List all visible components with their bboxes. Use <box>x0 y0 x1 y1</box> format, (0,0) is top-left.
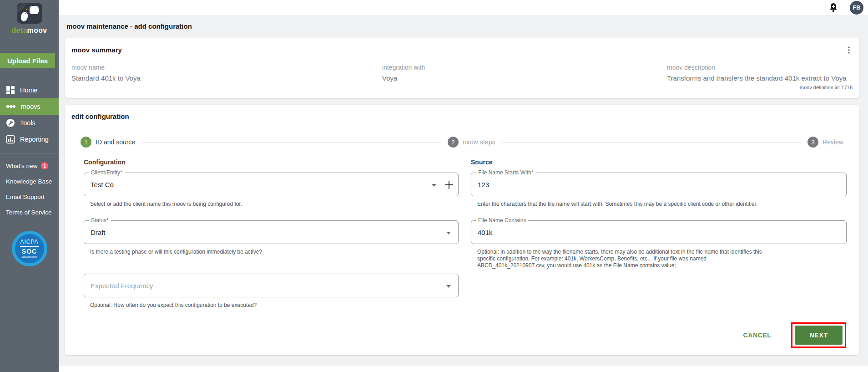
sidebar-link-knowledge-base[interactable]: Knowledge Base <box>0 173 59 189</box>
sidebar-item-label: moovs <box>21 103 40 110</box>
logo-dot <box>25 13 26 14</box>
main-area: FB moov maintenance - add configuration … <box>59 0 868 372</box>
expected-frequency-group: Optional: How often do you expect this c… <box>84 274 459 309</box>
stepper-connector <box>141 142 441 143</box>
summary-field-value: Standard 401k to Voya <box>71 74 382 82</box>
sidebar-item-label: Reporting <box>20 136 49 143</box>
step-number-badge: 1 <box>81 137 91 148</box>
sidebar-item-home[interactable]: Home <box>0 82 59 98</box>
bell-plus-icon <box>829 3 838 13</box>
edit-card-title: edit configuration <box>71 112 853 120</box>
tools-wrench-icon <box>6 118 15 127</box>
client-entity-select[interactable]: Client/Entity* <box>84 173 459 196</box>
cancel-button[interactable]: CANCEL <box>741 331 774 339</box>
soc-badge-divider <box>20 246 39 247</box>
summary-field-value: Transforms and transfers the standard 40… <box>667 74 853 82</box>
chevron-down-icon[interactable] <box>446 285 451 288</box>
step-number-badge: 2 <box>448 137 459 148</box>
sidebar-nav: Home moovs Tools <box>0 82 59 148</box>
sidebar-item-reporting[interactable]: Reporting <box>0 131 59 148</box>
brand-wordmark: detamoov <box>0 26 59 35</box>
summary-field-label: moov name <box>71 64 382 71</box>
source-heading: Source <box>471 158 847 166</box>
stepper: 1 ID and source 2 moov steps 3 Review <box>81 137 843 148</box>
client-entity-group: Client/Entity* Select or add the client … <box>84 173 459 208</box>
expected-frequency-select[interactable] <box>84 274 459 297</box>
moov-definition-id: moov definition id: 1778 <box>71 85 853 90</box>
sidebar-link-terms-of-service[interactable]: Terms of Service <box>0 204 59 220</box>
summary-field-moov-name: moov name Standard 401k to Voya <box>71 64 382 82</box>
next-button-highlight-box: NEXT <box>791 322 846 348</box>
expected-frequency-helper: Optional: How often do you expect this c… <box>90 302 459 309</box>
client-entity-input[interactable] <box>84 173 458 196</box>
step-moov-steps[interactable]: 2 moov steps <box>448 137 495 148</box>
app-window: detamoov Upload Files Home moovs <box>0 0 868 372</box>
detamoov-logo-icon <box>17 3 42 24</box>
configuration-column: Configuration Client/Entity* Select or a… <box>84 158 459 309</box>
brand-name-part2: moov <box>27 26 47 34</box>
stepper-connector <box>501 142 801 143</box>
notifications-button[interactable] <box>829 3 838 13</box>
file-contains-helper: Optional: in addition to the way the fil… <box>477 249 773 269</box>
source-column: Source File Name Starts With* Enter the … <box>471 158 847 309</box>
chevron-down-icon[interactable] <box>432 184 436 187</box>
aicpa-soc-badge: AICPA SOC aicpa.org/soc4so <box>12 231 47 266</box>
expected-frequency-input[interactable] <box>84 274 458 297</box>
file-contains-input[interactable] <box>471 221 846 244</box>
add-client-button[interactable] <box>444 180 454 189</box>
summary-field-label: integration with <box>382 64 667 71</box>
step-id-and-source[interactable]: 1 ID and source <box>81 137 135 148</box>
summary-fields: moov name Standard 401k to Voya integrat… <box>71 64 853 82</box>
upload-files-button[interactable]: Upload Files <box>0 53 55 68</box>
file-contains-group: File Name Contains Optional: in addition… <box>471 220 847 269</box>
next-button[interactable]: NEXT <box>795 326 843 345</box>
sidebar-item-label: Home <box>20 87 38 94</box>
file-contains-field[interactable]: File Name Contains <box>471 220 847 244</box>
home-dashboard-icon <box>6 86 15 95</box>
edit-configuration-card: edit configuration 1 ID and source 2 moo… <box>65 105 859 355</box>
summary-field-label: moov description <box>667 64 853 71</box>
step-review[interactable]: 3 Review <box>807 137 843 148</box>
step-label: moov steps <box>463 138 495 146</box>
plus-icon <box>445 184 453 185</box>
sidebar-link-email-support[interactable]: Email Support <box>0 189 59 204</box>
reporting-bar-chart-icon <box>6 135 15 144</box>
side-link-label: What's new <box>6 163 37 169</box>
summary-card-title: moov summary <box>71 46 853 54</box>
soc-badge-line1: AICPA <box>20 239 38 245</box>
whats-new-count-badge: 1 <box>41 162 48 169</box>
side-link-label: Knowledge Base <box>6 178 52 185</box>
form-actions: CANCEL NEXT <box>71 322 846 348</box>
sidebar-item-tools[interactable]: Tools <box>0 115 59 131</box>
file-starts-with-input[interactable] <box>471 173 846 196</box>
page-title: moov maintenance - add configuration <box>66 22 859 30</box>
file-starts-with-group: File Name Starts With* Enter the charact… <box>471 173 847 208</box>
logo-blob <box>30 6 39 14</box>
status-input[interactable] <box>84 221 458 244</box>
step-label: ID and source <box>96 138 135 146</box>
soc-badge-line3: aicpa.org/soc4so <box>21 256 37 258</box>
user-avatar[interactable]: FB <box>850 1 863 15</box>
side-link-label: Terms of Service <box>6 209 52 216</box>
moov-summary-card: moov summary moov name Standard 401k to … <box>65 38 859 98</box>
brand-name-part1: deta <box>12 26 27 34</box>
sidebar-link-whats-new[interactable]: What's new 1 <box>0 158 59 173</box>
side-link-label: Email Support <box>6 194 45 200</box>
summary-menu-button[interactable] <box>847 46 851 56</box>
logo-dot <box>29 11 30 13</box>
sidebar-item-moovs[interactable]: moovs <box>0 98 59 115</box>
sidebar-divider <box>0 153 59 153</box>
file-starts-with-field[interactable]: File Name Starts With* <box>471 173 847 196</box>
step-number-badge: 3 <box>807 137 818 148</box>
status-helper: Is there a testing phase or will this co… <box>90 249 459 255</box>
sidebar-item-label: Tools <box>20 119 35 127</box>
moovs-dots-icon <box>6 102 16 111</box>
logo-dot <box>26 9 27 10</box>
kebab-menu-icon <box>848 46 850 54</box>
top-bar: FB <box>59 0 868 15</box>
status-select[interactable]: Status* <box>84 220 459 244</box>
logo-blob <box>20 11 29 22</box>
configuration-form: Configuration Client/Entity* Select or a… <box>84 158 847 309</box>
chevron-down-icon[interactable] <box>446 232 451 234</box>
client-entity-helper: Select or add the client name this moov … <box>90 201 459 208</box>
